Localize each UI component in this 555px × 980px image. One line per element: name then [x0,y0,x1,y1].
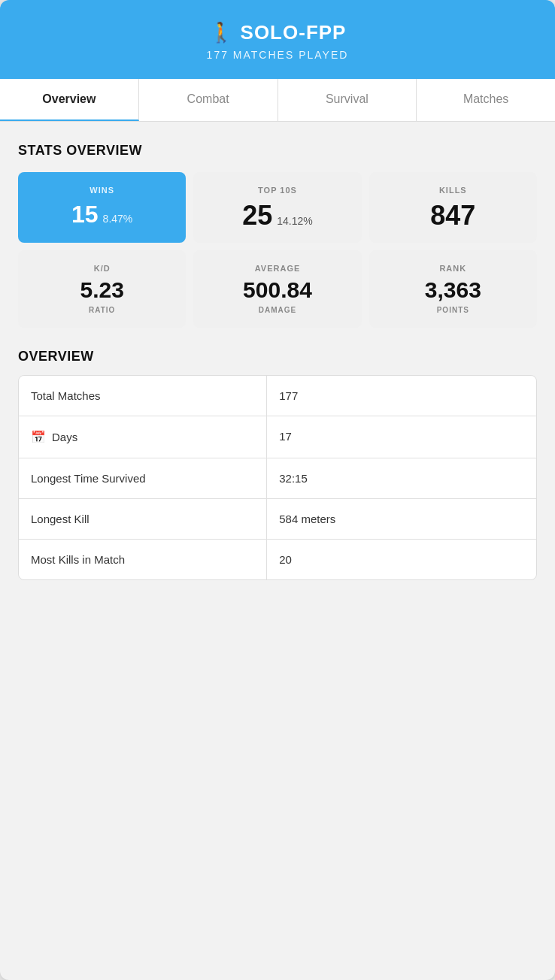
tab-matches[interactable]: Matches [417,79,555,121]
total-matches-label: Total Matches [19,376,267,416]
stats-overview-title: STATS OVERVIEW [18,143,537,159]
longest-time-label: Longest Time Survived [19,458,267,498]
total-matches-value: 177 [267,376,536,416]
rank-card: RANK 3,363 POINTS [369,250,537,328]
top10s-value: 25 [242,202,272,229]
main-content: STATS OVERVIEW WINS 15 8.47% TOP 10S 25 … [0,122,555,598]
avg-damage-value: 500.84 [201,279,353,301]
longest-kill-value: 584 meters [267,499,536,539]
kd-sublabel: RATIO [26,306,178,314]
header-title: SOLO-FPP [241,21,347,44]
avg-damage-label: AVERAGE [201,264,353,273]
header: 🚶 SOLO-FPP 177 MATCHES PLAYED [0,0,555,79]
rank-sublabel: POINTS [377,306,529,314]
main-card: 🚶 SOLO-FPP 177 MATCHES PLAYED Overview C… [0,0,555,980]
overview-section-title: OVERVIEW [18,349,537,364]
overview-table: Total Matches 177 📅 Days 17 Longest Time… [18,375,537,580]
longest-kill-label: Longest Kill [19,499,267,539]
wins-label: WINS [29,186,175,195]
table-row: Most Kills in Match 20 [19,540,536,579]
longest-time-value: 32:15 [267,458,536,498]
kd-card: K/D 5.23 RATIO [18,250,186,328]
kills-value: 847 [430,202,475,229]
header-subtitle: 177 MATCHES PLAYED [15,49,540,61]
kd-value: 5.23 [26,279,178,301]
table-row: 📅 Days 17 [19,416,536,458]
avg-damage-sublabel: DAMAGE [201,306,353,314]
table-row: Longest Time Survived 32:15 [19,458,536,499]
top10s-card: TOP 10S 25 14.12% [193,172,361,243]
top10s-pct: 14.12% [277,215,312,227]
stats-row-2: K/D 5.23 RATIO AVERAGE 500.84 DAMAGE RAN… [18,250,537,328]
tab-overview[interactable]: Overview [0,79,139,121]
tabs-container: Overview Combat Survival Matches [0,79,555,122]
wins-pct: 8.47% [103,213,133,225]
days-label: 📅 Days [19,416,267,458]
person-icon: 🚶 [209,21,233,44]
kd-label: K/D [26,264,178,273]
wins-value: 15 [71,202,99,226]
top10s-label: TOP 10S [204,186,350,195]
table-row: Longest Kill 584 meters [19,499,536,540]
rank-label: RANK [377,264,529,273]
calendar-icon: 📅 [31,430,46,444]
most-kills-value: 20 [267,540,536,579]
most-kills-label: Most Kills in Match [19,540,267,579]
rank-value: 3,363 [377,279,529,301]
table-row: Total Matches 177 [19,376,536,416]
tab-combat[interactable]: Combat [139,79,278,121]
kills-card: KILLS 847 [369,172,537,243]
stats-row-1: WINS 15 8.47% TOP 10S 25 14.12% KILLS 84… [18,172,537,243]
avg-damage-card: AVERAGE 500.84 DAMAGE [193,250,361,328]
days-value: 17 [267,416,536,458]
tab-survival[interactable]: Survival [278,79,417,121]
wins-card: WINS 15 8.47% [18,172,186,243]
kills-label: KILLS [380,186,526,195]
